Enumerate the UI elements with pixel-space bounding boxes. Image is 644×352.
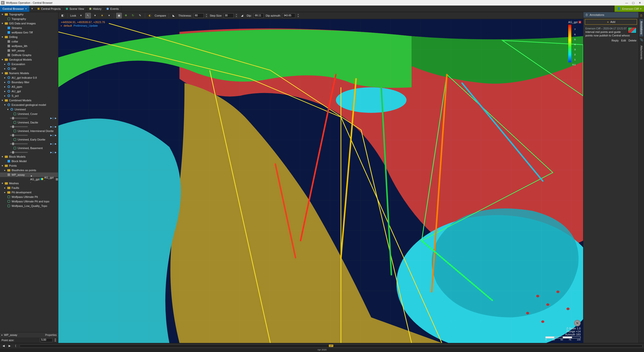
dip-azimuth-spinner[interactable]: ▲▼: [297, 13, 299, 18]
expand-icon[interactable]: ▸: [4, 85, 6, 88]
timeline-marker[interactable]: 17: [329, 344, 333, 347]
scene-viewport[interactable]: +445504.91, +493599.67, +2623.76 ▸ defau…: [58, 19, 583, 343]
tree-item[interactable]: ▾GIS Data and Images: [0, 21, 58, 26]
tab-events[interactable]: Events: [104, 6, 122, 12]
opacity-slider[interactable]: [10, 126, 28, 127]
select-tool[interactable]: ▣: [116, 13, 122, 18]
compare-icon[interactable]: ◐: [147, 13, 153, 18]
tab-scene-view[interactable]: Scene View: [63, 6, 87, 12]
tree-item[interactable]: wolfpass_lith: [0, 44, 58, 48]
colour-swatch-button[interactable]: ◧: [60, 13, 65, 18]
expand-icon[interactable]: ▸: [4, 191, 6, 194]
tree-item[interactable]: Unmined, Early Diorite: [0, 137, 58, 142]
tree-item[interactable]: ▸GM: [0, 66, 58, 71]
main-tab-central-browser[interactable]: Central Browser ▾: [0, 6, 29, 12]
opacity-slider[interactable]: [10, 135, 28, 136]
timeline-track[interactable]: 17: [20, 345, 642, 347]
tree-item[interactable]: collar: [0, 39, 58, 44]
timeline-back-button[interactable]: ⟨: [14, 344, 18, 348]
tree-item[interactable]: ▸Faults: [0, 186, 58, 190]
expand-icon[interactable]: ▾: [7, 108, 9, 111]
look-north-button[interactable]: ↖: [85, 13, 91, 18]
thickness-spinner[interactable]: ▲▼: [205, 13, 208, 18]
tree-item[interactable]: Unmined, Cover: [0, 112, 58, 116]
tree-item[interactable]: Unmined, Intermineral Diorite: [0, 129, 58, 133]
tree-item[interactable]: ▾Excavated geological model: [0, 103, 58, 107]
expand-icon[interactable]: ▸: [4, 81, 6, 83]
reply-link[interactable]: Reply: [612, 39, 619, 42]
tree-item[interactable]: ▸AS_ppm: [0, 84, 58, 89]
step-controls[interactable]: ▶❘ ▶: [50, 117, 57, 119]
tree-item[interactable]: ▸Blastholes as points: [0, 168, 58, 172]
annotation-item[interactable]: Emerson Cliff – 2020-04-17 13:21:07 Inte…: [583, 26, 638, 38]
bookmark-button[interactable]: ★: [99, 13, 105, 18]
expand-icon[interactable]: ▾: [1, 22, 4, 25]
expand-icon[interactable]: ▾: [4, 104, 6, 106]
compass-icon[interactable]: N: [574, 320, 581, 326]
tree-item[interactable]: ▾Block Models: [0, 154, 58, 159]
delete-link[interactable]: Delete: [628, 39, 636, 42]
tree-item[interactable]: ▾Points: [0, 163, 58, 168]
tab-history[interactable]: History: [87, 6, 104, 12]
stepsize-spinner[interactable]: ▲▼: [235, 13, 238, 18]
tree-item[interactable]: ▾Drilling: [0, 35, 58, 39]
expand-icon[interactable]: ▾: [1, 36, 4, 38]
move-tool[interactable]: ✥: [123, 13, 129, 18]
expand-icon[interactable]: ▸: [4, 187, 6, 189]
expand-icon[interactable]: ▾: [1, 155, 4, 158]
tree-item[interactable]: Streams: [0, 26, 58, 30]
add-annotation-button[interactable]: ＋ Add: [585, 19, 637, 25]
tree-item[interactable]: Wolfpass Ultimate Pit and topo: [0, 199, 58, 204]
tree-item[interactable]: ▾Geological Models: [0, 57, 58, 62]
tree-item[interactable]: Topography: [0, 17, 58, 21]
tree-item[interactable]: Unmined, Basement: [0, 146, 58, 150]
look-dropdown[interactable]: ▾: [78, 13, 84, 18]
pointsize-input[interactable]: 5.00: [40, 338, 53, 342]
properties-header[interactable]: ▸ WP_assay Properties: [0, 332, 58, 337]
expand-icon[interactable]: ▾: [1, 182, 4, 185]
slicer-icon[interactable]: ◣: [171, 13, 176, 18]
bookmark-dropdown[interactable]: ▾: [106, 13, 112, 18]
step-controls[interactable]: ▶❘ ▶: [50, 134, 57, 137]
tree-item[interactable]: ▾Numeric Models: [0, 71, 58, 75]
tree-item[interactable]: ▸Excavation: [0, 62, 58, 66]
look-dropdown-2[interactable]: ▾: [92, 13, 98, 18]
tree-item[interactable]: ▾Topography: [0, 12, 58, 17]
tree-item[interactable]: ▾Combined Models: [0, 98, 58, 103]
tree-item[interactable]: ▾Unmined: [0, 107, 58, 112]
step-controls[interactable]: ▶❘ ▶: [50, 143, 57, 145]
tree-item[interactable]: WP_assay: [0, 48, 58, 53]
expand-icon[interactable]: ▾: [1, 72, 4, 74]
draw-tool[interactable]: ✎: [137, 13, 143, 18]
expand-icon[interactable]: ▸: [4, 95, 6, 97]
timeline-prev-button[interactable]: ◀: [2, 344, 6, 348]
window-close-button[interactable]: ✕: [636, 0, 643, 6]
opacity-slider[interactable]: [10, 118, 28, 119]
edit-link[interactable]: Edit: [621, 39, 626, 42]
tree-item[interactable]: Wolfpass_Low_Quality_Topo: [0, 204, 58, 208]
expand-icon[interactable]: ▾: [1, 13, 4, 16]
stepsize-input[interactable]: 30: [224, 13, 234, 18]
step-controls[interactable]: ▶❘ ▶: [50, 151, 57, 154]
tab-central-projects[interactable]: Central Projects: [35, 6, 63, 12]
expand-icon[interactable]: ▸: [4, 90, 6, 93]
colour-legend[interactable]: AG_gpt × 7 6 5 4 3 2 1 0.1: [568, 20, 582, 64]
side-tab-annotations[interactable]: Annotations: [639, 19, 643, 36]
step-controls[interactable]: ▶❘ ▶: [50, 125, 57, 128]
dip-azimuth-value[interactable]: 343.65: [282, 13, 295, 18]
project-tree[interactable]: ▾TopographyTopography▾GIS Data and Image…: [0, 12, 58, 332]
expand-icon[interactable]: ▸: [4, 67, 6, 70]
tree-item[interactable]: Unmined, Dacite: [0, 120, 58, 125]
scene-status-label[interactable]: Preliminary_Update: [73, 24, 98, 27]
expand-icon[interactable]: ▾: [1, 164, 4, 167]
opacity-slider[interactable]: [10, 143, 28, 144]
tree-item[interactable]: Drillhole Graphs: [0, 53, 58, 57]
tree-item[interactable]: ▸Pit development: [0, 190, 58, 195]
window-minimize-button[interactable]: —: [623, 0, 630, 6]
tree-item[interactable]: ▸AU_gpt Indicator 0.8: [0, 75, 58, 80]
opacity-slider[interactable]: [10, 152, 28, 153]
expand-icon[interactable]: ▾: [1, 58, 4, 61]
tree-item[interactable]: ▸AU_gpt: [0, 89, 58, 94]
legend-close-icon[interactable]: ×: [579, 21, 581, 23]
tree-item[interactable]: Block Model: [0, 159, 58, 163]
